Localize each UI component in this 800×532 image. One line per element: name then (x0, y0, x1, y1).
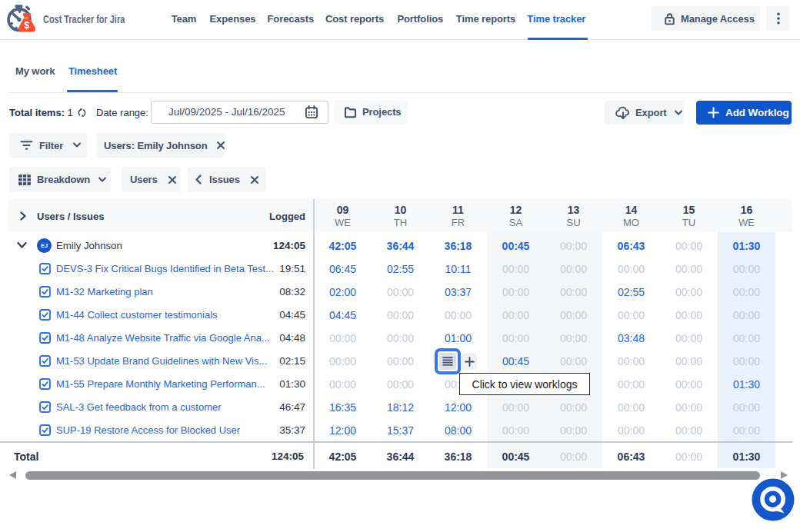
svg-text:$: $ (25, 20, 30, 31)
